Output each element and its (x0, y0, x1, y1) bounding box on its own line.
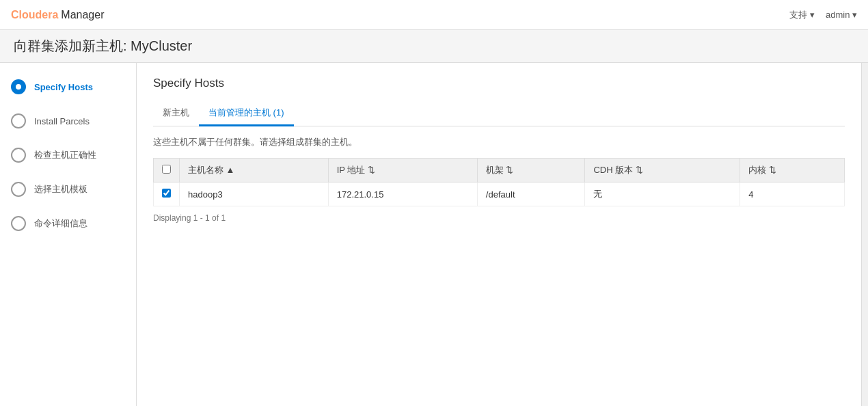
th-kernel[interactable]: 内核 ⇅ (740, 159, 845, 182)
content-area: Specify Hosts 新主机 当前管理的主机 (1) 这些主机不属于任何群… (137, 63, 861, 406)
th-cdh-version[interactable]: CDH 版本 ⇅ (585, 159, 740, 182)
table-header-row: 主机名称 ▲ IP 地址 ⇅ 机架 ⇅ CDH 版本 ⇅ 内核 ⇅ (154, 159, 845, 182)
main-layout: Specify Hosts Install Parcels 检查主机正确性 选择… (0, 63, 868, 406)
row-rack: /default (477, 182, 585, 206)
sidebar-circle-check-hosts (11, 148, 26, 163)
pagination-text: Displaying 1 - 1 of 1 (153, 213, 845, 223)
th-hostname[interactable]: 主机名称 ▲ (180, 159, 329, 182)
logo-cloudera: Cloudera (11, 9, 58, 21)
logo: Cloudera Manager (11, 9, 105, 21)
header-right: 支持 ▾ admin ▾ (789, 9, 857, 21)
th-checkbox (154, 159, 180, 182)
table-row: hadoop3 172.21.0.15 /default 无 4 (154, 182, 845, 206)
th-rack[interactable]: 机架 ⇅ (477, 159, 585, 182)
support-menu[interactable]: 支持 ▾ (789, 9, 815, 21)
scrollbar[interactable] (861, 63, 868, 406)
page-title-bar: 向群集添加新主机: MyCluster (0, 30, 868, 63)
sidebar: Specify Hosts Install Parcels 检查主机正确性 选择… (0, 63, 137, 406)
tabs: 新主机 当前管理的主机 (1) (153, 101, 845, 126)
description-text: 这些主机不属于任何群集。请选择组成群集的主机。 (153, 136, 845, 148)
sidebar-circle-specify-hosts (11, 79, 26, 94)
sidebar-item-select-template[interactable]: 选择主机模板 (0, 172, 136, 206)
sidebar-label-install-parcels: Install Parcels (34, 116, 90, 126)
sidebar-label-command-detail: 命令详细信息 (34, 217, 87, 230)
header: Cloudera Manager 支持 ▾ admin ▾ (0, 0, 868, 30)
page-title: 向群集添加新主机: MyCluster (14, 37, 854, 55)
row-checkbox-cell (154, 182, 180, 206)
sidebar-item-specify-hosts[interactable]: Specify Hosts (0, 70, 136, 104)
admin-menu[interactable]: admin ▾ (826, 10, 857, 20)
sidebar-circle-command-detail (11, 216, 26, 231)
sidebar-label-check-hosts: 检查主机正确性 (34, 149, 96, 161)
tab-managed-host[interactable]: 当前管理的主机 (1) (199, 101, 294, 126)
sidebar-item-install-parcels[interactable]: Install Parcels (0, 104, 136, 138)
sidebar-label-select-template: 选择主机模板 (34, 183, 87, 195)
row-checkbox[interactable] (162, 189, 171, 198)
row-cdh-version: 无 (585, 182, 740, 206)
sidebar-item-check-hosts[interactable]: 检查主机正确性 (0, 138, 136, 172)
sidebar-circle-select-template (11, 182, 26, 197)
logo-manager: Manager (61, 9, 104, 21)
row-kernel: 4 (740, 182, 845, 206)
sidebar-circle-install-parcels (11, 113, 26, 128)
th-ip[interactable]: IP 地址 ⇅ (328, 159, 477, 182)
sidebar-item-command-detail[interactable]: 命令详细信息 (0, 206, 136, 241)
row-ip: 172.21.0.15 (328, 182, 477, 206)
row-hostname: hadoop3 (180, 182, 329, 206)
select-all-checkbox[interactable] (162, 165, 171, 174)
hosts-table: 主机名称 ▲ IP 地址 ⇅ 机架 ⇅ CDH 版本 ⇅ 内核 ⇅ (153, 158, 845, 206)
table-body: hadoop3 172.21.0.15 /default 无 4 (154, 182, 845, 206)
tab-new-host[interactable]: 新主机 (153, 101, 199, 126)
content-title: Specify Hosts (153, 77, 845, 90)
sidebar-label-specify-hosts: Specify Hosts (34, 82, 93, 92)
